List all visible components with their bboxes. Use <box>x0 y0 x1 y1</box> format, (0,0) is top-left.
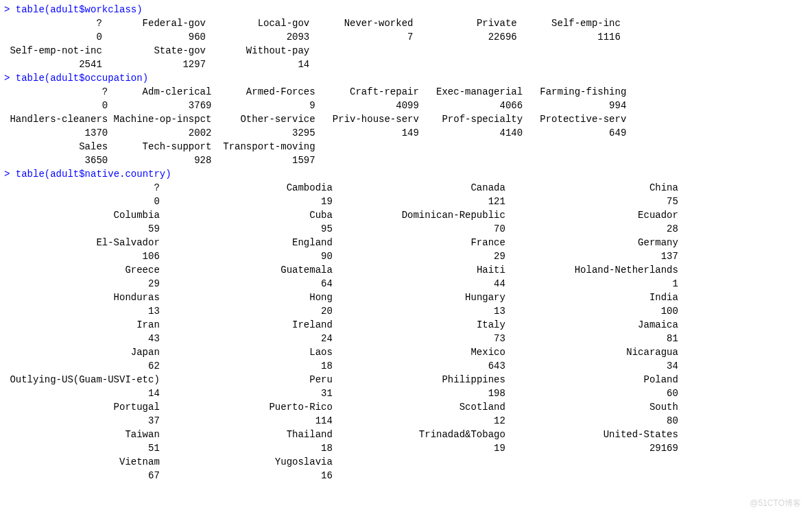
table-cell: 7 <box>309 30 413 44</box>
table-cell: 29 <box>333 249 505 263</box>
table-cell: 62 <box>4 359 160 373</box>
table-row: 2964441 <box>4 277 808 291</box>
table-workclass: ?Federal-govLocal-govNever-workedPrivate… <box>4 16 808 71</box>
table-cell: France <box>333 236 505 249</box>
table-cell: Italy <box>333 318 505 332</box>
table-cell: 60 <box>505 387 678 400</box>
table-row: TaiwanThailandTrinadad&TobagoUnited-Stat… <box>4 428 808 441</box>
table-cell: 121 <box>333 195 505 208</box>
table-cell: 24 <box>160 332 333 345</box>
table-cell: Self-emp-not-inc <box>4 44 102 58</box>
table-cell: Laos <box>160 345 333 359</box>
table-cell: 643 <box>333 359 505 373</box>
table-cell: Without-pay <box>206 44 309 58</box>
table-cell: 81 <box>505 332 678 345</box>
table-cell: Exec-managerial <box>419 85 523 99</box>
table-cell: 14 <box>4 387 160 400</box>
table-cell: Prof-specialty <box>419 112 523 126</box>
prompt-workclass: > table(adult$workclass) <box>4 3 808 16</box>
table-cell: 16 <box>160 469 333 482</box>
table-cell: 1597 <box>211 154 315 167</box>
table-cell: Local-gov <box>206 16 309 30</box>
table-row: 2541129714 <box>4 58 808 71</box>
table-cell: El-Salvador <box>4 236 160 249</box>
table-cell: 19 <box>160 195 333 208</box>
table-cell: Japan <box>4 345 160 359</box>
table-cell: Farming-fishing <box>523 85 626 99</box>
table-cell: China <box>505 181 678 195</box>
table-cell: Greece <box>4 263 160 277</box>
table-cell: 4066 <box>419 99 523 112</box>
table-row: 1069029137 <box>4 249 808 263</box>
table-cell: Cambodia <box>160 181 333 195</box>
table-cell: 64 <box>160 277 333 291</box>
table-cell: Honduras <box>4 291 160 304</box>
table-cell: Protective-serv <box>523 112 626 126</box>
table-cell: Other-service <box>211 112 315 126</box>
table-cell: 2093 <box>206 30 309 44</box>
table-cell: ? <box>4 85 108 99</box>
table-cell: Vietnam <box>4 455 160 469</box>
table-row: ?CambodiaCanadaChina <box>4 181 808 195</box>
table-cell: Taiwan <box>4 428 160 441</box>
table-cell: 29169 <box>505 441 678 455</box>
table-cell: 75 <box>505 195 678 208</box>
prompt-occupation: > table(adult$occupation) <box>4 71 808 85</box>
table-row: 621864334 <box>4 359 808 373</box>
table-cell: 13 <box>333 304 505 318</box>
table-cell: 34 <box>505 359 678 373</box>
table-cell: 18 <box>160 359 333 373</box>
table-cell: 90 <box>160 249 333 263</box>
table-row: 6716 <box>4 469 808 482</box>
table-row: HondurasHongHungaryIndia <box>4 291 808 304</box>
table-cell: 1370 <box>4 126 108 140</box>
table-cell: Outlying-US(Guam-USVI-etc) <box>4 373 160 387</box>
table-cell: Guatemala <box>160 263 333 277</box>
table-cell: 12 <box>333 414 505 428</box>
table-row: 43247381 <box>4 332 808 345</box>
table-cell: 1 <box>505 277 678 291</box>
table-cell: Sales <box>4 140 108 154</box>
table-row: 143119860 <box>4 387 808 400</box>
table-cell: 29 <box>4 277 160 291</box>
table-row: 132013100 <box>4 304 808 318</box>
table-cell: 4099 <box>315 99 419 112</box>
table-cell: 9 <box>211 99 315 112</box>
table-cell: 20 <box>160 304 333 318</box>
table-row: 1370200232951494140649 <box>4 126 808 140</box>
table-cell: Mexico <box>333 345 505 359</box>
table-cell: 70 <box>333 222 505 236</box>
table-cell: Adm-clerical <box>108 85 211 99</box>
table-cell: 137 <box>505 249 678 263</box>
table-cell: Portugal <box>4 400 160 414</box>
table-cell: Cuba <box>160 208 333 222</box>
table-cell: 100 <box>505 304 678 318</box>
table-cell: Hong <box>160 291 333 304</box>
table-cell: ? <box>4 181 160 195</box>
table-cell: 28 <box>505 222 678 236</box>
table-cell: State-gov <box>102 44 206 58</box>
table-cell: Tech-support <box>108 140 211 154</box>
table-row: Handlers-cleanersMachine-op-inspctOther-… <box>4 112 808 126</box>
table-cell: 198 <box>333 387 505 400</box>
table-cell: 649 <box>523 126 626 140</box>
table-row: SalesTech-supportTransport-moving <box>4 140 808 154</box>
table-cell: 0 <box>4 30 102 44</box>
prompt-text: > table(adult$workclass) <box>4 4 143 15</box>
table-cell: Philippines <box>333 373 505 387</box>
table-cell: Craft-repair <box>315 85 419 99</box>
table-row: 371141280 <box>4 414 808 428</box>
table-cell: 1116 <box>517 30 621 44</box>
table-cell: Germany <box>505 236 678 249</box>
prompt-text: > table(adult$occupation) <box>4 73 148 84</box>
table-cell: Dominican-Republic <box>333 208 505 222</box>
table-cell: Federal-gov <box>102 16 206 30</box>
table-cell: Armed-Forces <box>211 85 315 99</box>
table-cell: Canada <box>333 181 505 195</box>
table-cell: Ireland <box>160 318 333 332</box>
prompt-country: > table(adult$native.country) <box>4 167 808 181</box>
table-cell: 994 <box>523 99 626 112</box>
table-row: IranIrelandItalyJamaica <box>4 318 808 332</box>
table-cell: 44 <box>333 277 505 291</box>
table-row: Self-emp-not-incState-govWithout-pay <box>4 44 808 58</box>
